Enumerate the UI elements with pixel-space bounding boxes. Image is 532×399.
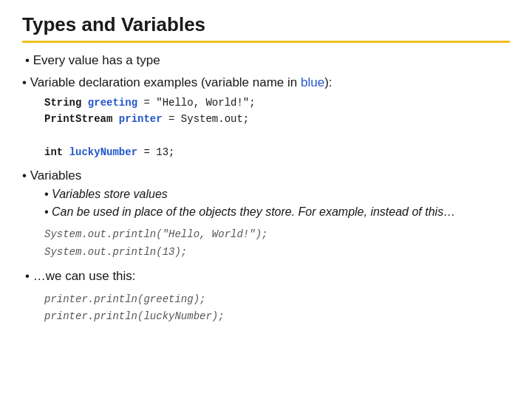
we-can-section: • …we can use this: printer.println(gree… xyxy=(22,269,510,327)
bullet1: • Every value has a type xyxy=(22,53,510,68)
slide-title: Types and Variables xyxy=(22,13,510,36)
bullet2-blue: blue xyxy=(301,75,324,89)
bullet2-prefix: • Variable declaration examples (variabl… xyxy=(22,75,301,89)
code-block-2: System.out.println("Hello, World!"); Sys… xyxy=(44,226,510,262)
code-block-3: printer.println(greeting); printer.print… xyxy=(44,291,510,327)
bullet3: • Variables xyxy=(22,168,510,183)
code-rest-1: = "Hello, World!"; xyxy=(137,97,256,109)
code-italic-line-4: printer.println(luckyNumber); xyxy=(44,308,510,326)
code-block-1: String greeting = "Hello, World!"; Print… xyxy=(44,95,510,161)
sub-bullet-2: • Can be used in place of the objects th… xyxy=(44,204,510,220)
bullet4: • …we can use this: xyxy=(22,269,510,284)
code-italic-line-3: printer.println(greeting); xyxy=(44,291,510,309)
code-var-2: printer xyxy=(119,113,163,125)
code-italic-line-2: System.out.println(13); xyxy=(44,244,510,262)
code-line-2: PrintStream printer = System.out; xyxy=(44,111,510,127)
code-var-1: greeting xyxy=(88,97,137,109)
title-section: Types and Variables xyxy=(22,13,510,43)
bullet2: • Variable declaration examples (variabl… xyxy=(22,75,510,90)
slide-container: Types and Variables • Every value has a … xyxy=(0,0,532,399)
code-type-1: String xyxy=(44,97,81,109)
bullet2-suffix: ): xyxy=(324,75,332,89)
code-rest-2: = System.out; xyxy=(163,113,250,125)
sub-bullets: • Variables store values • Can be used i… xyxy=(44,188,510,220)
variables-section: • Variables • Variables store values • C… xyxy=(22,168,510,220)
code-italic-line-1: System.out.println("Hello, World!"); xyxy=(44,226,510,244)
code-line-3: int luckyNumber = 13; xyxy=(44,144,510,160)
code-type-2: PrintStream xyxy=(44,113,112,125)
code-var-3: luckyNumber xyxy=(69,146,137,158)
code-type-3: int xyxy=(44,146,63,158)
code-rest-3: = 13; xyxy=(137,146,174,158)
code-line-1: String greeting = "Hello, World!"; xyxy=(44,95,510,111)
sub-bullet-1: • Variables store values xyxy=(44,188,510,201)
